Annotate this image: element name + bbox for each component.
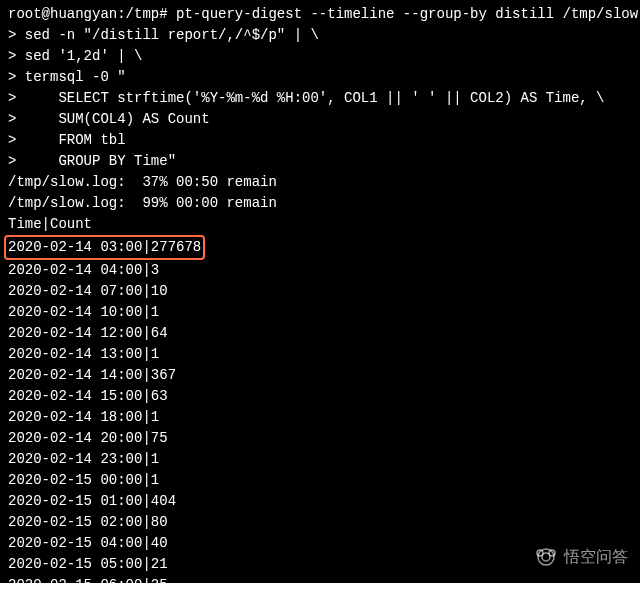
result-row: 2020-02-14 20:00|75 bbox=[8, 428, 632, 449]
progress-line: /tmp/slow.log: 37% 00:50 remain bbox=[8, 172, 632, 193]
result-row: 2020-02-14 14:00|367 bbox=[8, 365, 632, 386]
result-row: 2020-02-14 12:00|64 bbox=[8, 323, 632, 344]
shell-prompt: root@huangyan:/tmp# bbox=[8, 6, 176, 22]
result-row: 2020-02-14 10:00|1 bbox=[8, 302, 632, 323]
command-continuation: > sed -n "/distill report/,/^$/p" | \ bbox=[8, 25, 632, 46]
command-continuation: > FROM tbl bbox=[8, 130, 632, 151]
command-continuation: > SELECT strftime('%Y-%m-%d %H:00', COL1… bbox=[8, 88, 632, 109]
wukong-logo-icon bbox=[534, 545, 558, 569]
result-row: 2020-02-15 00:00|1 bbox=[8, 470, 632, 491]
terminal-output[interactable]: root@huangyan:/tmp# pt-query-digest --ti… bbox=[8, 4, 632, 591]
result-row: 2020-02-14 15:00|63 bbox=[8, 386, 632, 407]
watermark-text: 悟空问答 bbox=[564, 545, 628, 569]
result-row: 2020-02-14 04:00|3 bbox=[8, 260, 632, 281]
svg-point-0 bbox=[538, 549, 554, 565]
result-row: 2020-02-14 07:00|10 bbox=[8, 281, 632, 302]
bottom-border bbox=[0, 583, 640, 591]
result-header: Time|Count bbox=[8, 214, 632, 235]
command-continuation: > GROUP BY Time" bbox=[8, 151, 632, 172]
result-row: 2020-02-14 23:00|1 bbox=[8, 449, 632, 470]
command-line: root@huangyan:/tmp# pt-query-digest --ti… bbox=[8, 4, 632, 25]
result-row: 2020-02-14 13:00|1 bbox=[8, 344, 632, 365]
progress-line: /tmp/slow.log: 99% 00:00 remain bbox=[8, 193, 632, 214]
command-continuation: > SUM(COL4) AS Count bbox=[8, 109, 632, 130]
result-row: 2020-02-15 02:00|80 bbox=[8, 512, 632, 533]
result-row: 2020-02-15 01:00|404 bbox=[8, 491, 632, 512]
watermark: 悟空问答 bbox=[534, 545, 628, 569]
result-row-highlighted: 2020-02-14 03:00|277678 bbox=[8, 235, 632, 260]
command-continuation: > sed '1,2d' | \ bbox=[8, 46, 632, 67]
command-continuation: > termsql -0 " bbox=[8, 67, 632, 88]
result-row: 2020-02-14 18:00|1 bbox=[8, 407, 632, 428]
